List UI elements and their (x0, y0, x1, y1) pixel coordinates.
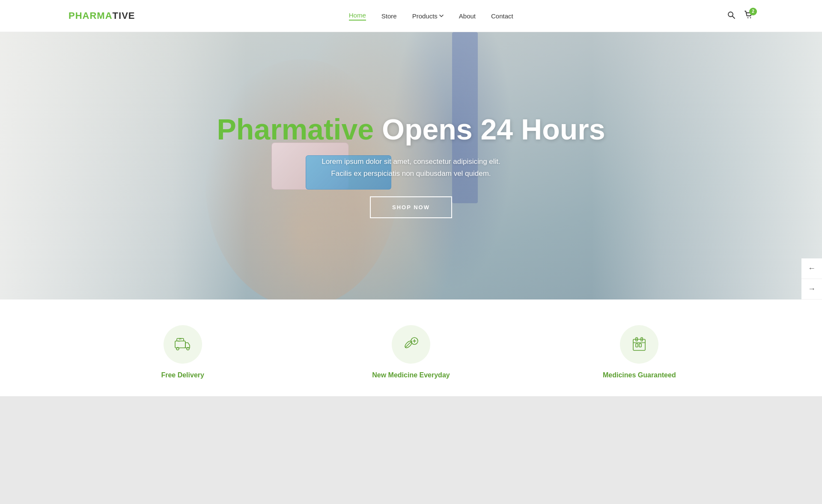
carousel-prev-button[interactable]: ← (801, 258, 822, 279)
nav-contact[interactable]: Contact (491, 12, 513, 20)
svg-rect-17 (636, 344, 638, 347)
header-icons: 2 (727, 10, 754, 22)
hero-title: Pharmative Opens 24 Hours (217, 113, 605, 145)
svg-line-1 (733, 16, 735, 18)
hero-subtitle: Lorem ipsum dolor sit amet, consectetur … (322, 156, 500, 181)
cart-badge: 2 (749, 8, 757, 15)
guaranteed-icon (630, 335, 649, 354)
cart-button[interactable]: 2 (744, 10, 754, 22)
feature-medicine-icon-wrap (392, 325, 430, 364)
svg-point-0 (728, 12, 733, 17)
svg-rect-18 (639, 344, 641, 347)
main-nav: Home Store Products About Contact (349, 12, 513, 21)
feature-medicine: New Medicine Everyday (364, 325, 458, 379)
feature-guaranteed-icon-wrap (620, 325, 658, 364)
features-section: 24 hrs Free Delivery New Medicine Everyd… (0, 299, 822, 396)
carousel-arrows: ← → (801, 258, 822, 299)
feature-delivery-label: Free Delivery (161, 371, 204, 379)
medicine-icon (402, 335, 420, 354)
hero-content: Pharmative Opens 24 Hours Lorem ipsum do… (0, 32, 822, 299)
nav-store[interactable]: Store (381, 12, 397, 20)
search-icon (727, 11, 736, 19)
logo-part1: PHARMA (68, 10, 113, 21)
feature-medicine-label: New Medicine Everyday (372, 371, 450, 379)
svg-point-2 (748, 17, 748, 18)
logo: PHARMATIVE (68, 10, 135, 21)
svg-line-10 (405, 341, 411, 347)
hero-title-green: Pharmative (217, 113, 374, 145)
search-button[interactable] (727, 11, 736, 21)
logo-part3: IVE (119, 10, 135, 21)
feature-guaranteed-label: Medicines Guaranteed (603, 371, 676, 379)
logo-part2: T (113, 10, 119, 21)
nav-products[interactable]: Products (412, 12, 444, 20)
delivery-icon: 24 hrs (173, 335, 192, 354)
nav-about[interactable]: About (459, 12, 476, 20)
page-wrapper: PHARMATIVE Home Store Products About Con… (0, 0, 822, 396)
feature-delivery-icon-wrap: 24 hrs (164, 325, 202, 364)
hero-section: Pharmative Opens 24 Hours Lorem ipsum do… (0, 32, 822, 299)
svg-point-3 (750, 17, 751, 18)
feature-delivery: 24 hrs Free Delivery (136, 325, 230, 379)
chevron-down-icon (439, 14, 444, 18)
nav-home[interactable]: Home (349, 12, 366, 21)
feature-guaranteed: Medicines Guaranteed (592, 325, 686, 379)
shop-now-button[interactable]: SHOP NOW (370, 196, 452, 218)
hero-title-white: Opens 24 Hours (382, 113, 605, 145)
svg-text:hrs: hrs (178, 340, 180, 342)
header: PHARMATIVE Home Store Products About Con… (0, 0, 822, 32)
carousel-next-button[interactable]: → (801, 279, 822, 299)
svg-rect-4 (175, 341, 185, 348)
